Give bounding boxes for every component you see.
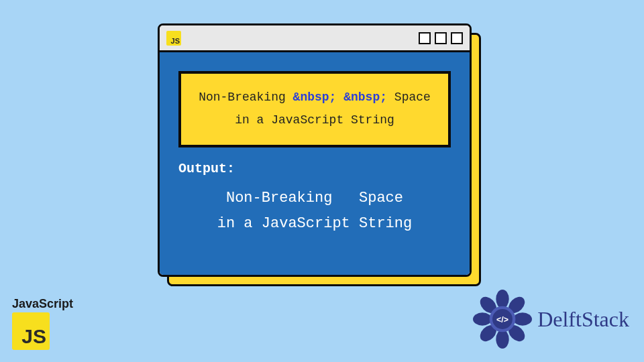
code-brackets-icon: </> (496, 315, 508, 324)
output-text: Non-Breaking Space in a JavaScript Strin… (178, 186, 451, 236)
code-text: Non-Breaking (199, 90, 292, 104)
maximize-button[interactable] (435, 32, 447, 44)
code-line-1: Non-Breaking &nbsp; &nbsp; Space (188, 86, 441, 109)
js-icon: JS (166, 31, 181, 46)
mandala-icon: </> (473, 290, 532, 349)
delftstack-logo: </> DelftStack (473, 290, 629, 349)
html-entity: &nbsp; (293, 90, 337, 104)
output-label: Output: (178, 161, 451, 176)
window-controls (419, 32, 463, 44)
svg-point-6 (473, 312, 492, 325)
code-text (336, 90, 343, 104)
svg-point-2 (513, 312, 532, 325)
titlebar: JS (160, 25, 470, 52)
svg-point-4 (496, 330, 508, 349)
code-line-2: in a JavaScript String (188, 109, 441, 131)
window-container: JS Non-Breaking &nbsp; &nbsp; Space in a… (158, 23, 480, 292)
delftstack-brand-text: DelftStack (537, 307, 629, 332)
js-icon: JS (12, 312, 50, 350)
javascript-logo: JavaScript JS (12, 297, 73, 350)
app-window: JS Non-Breaking &nbsp; &nbsp; Space in a… (158, 23, 472, 277)
minimize-button[interactable] (419, 32, 431, 44)
html-entity: &nbsp; (343, 90, 387, 104)
javascript-logo-label: JavaScript (12, 297, 73, 311)
code-text: Space (387, 90, 431, 104)
svg-point-0 (496, 290, 508, 308)
titlebar-left: JS (166, 31, 181, 46)
output-line-1: Non-Breaking Space (226, 190, 403, 206)
window-body: Non-Breaking &nbsp; &nbsp; Space in a Ja… (160, 52, 470, 275)
close-button[interactable] (451, 32, 463, 44)
output-line-2: in a JavaScript String (217, 215, 412, 232)
code-snippet-box: Non-Breaking &nbsp; &nbsp; Space in a Ja… (178, 71, 451, 147)
